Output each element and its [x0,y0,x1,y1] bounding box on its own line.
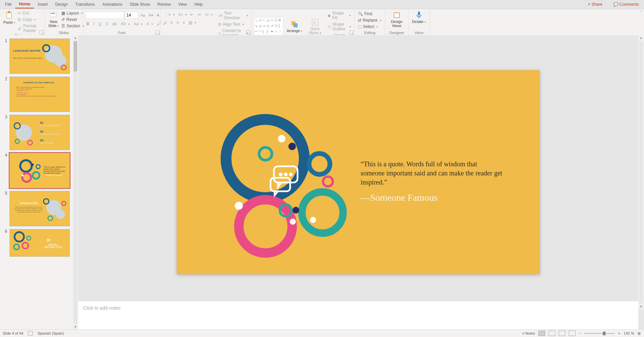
decrease-indent-button[interactable]: ⇤ [189,11,195,18]
cut-button[interactable]: ✂Cut [17,10,43,16]
strike-button[interactable]: ab [111,21,118,27]
shapes-gallery[interactable]: ＼▭○△⇨⬡A ↘◻⬭◇↗⬠{ 〰◠(}✦☆⋮ [254,17,283,36]
design-ideas-button[interactable]: Design Ideas [387,10,406,28]
zoom-slider-knob[interactable] [603,332,606,335]
tab-file[interactable]: File [1,1,15,8]
align-right-button[interactable]: ≡ [175,20,180,26]
comments-button[interactable]: 💬 Comments [610,1,642,8]
copy-button[interactable]: ⧉Copy [17,17,43,23]
tab-review[interactable]: Review [154,1,174,8]
shape-outline-button[interactable]: ◻Shape Outline [326,21,352,32]
align-center-button[interactable]: ≡ [169,20,174,26]
paste-button[interactable]: Paste [2,10,17,25]
thumbnail-slide-2[interactable]: CONTENTS OF THIS TEMPLATE Here's what yo… [9,77,70,112]
zoom-in-button[interactable]: + [618,331,620,335]
change-case-button[interactable]: Aa [132,21,144,27]
underline-button[interactable]: U [97,21,103,27]
thumbnail-scrollbar[interactable]: ▲ ▼ [73,35,78,330]
thumbnail-list[interactable]: 1 LANGUAGE CENTER Here is where your pre… [0,35,73,330]
align-left-button[interactable]: ≡ [163,20,168,26]
share-button[interactable]: ↗ Share [584,1,605,8]
font-color-button[interactable]: A [145,21,154,27]
format-painter-button[interactable]: 🖌Format Painter [17,23,43,34]
tab-design[interactable]: Design [52,1,72,8]
tab-transitions[interactable]: Transitions [72,1,99,8]
select-button[interactable]: ⬚Select [357,24,379,30]
font-name-input[interactable] [85,11,124,19]
notes-toggle[interactable]: ≡ Notes [522,331,535,335]
scroll-handle[interactable] [74,41,77,72]
thumbnail-row[interactable]: 3 01 OUR TEACHING METHOD 02 OUR ACADEMIC… [0,113,73,151]
zoom-level[interactable]: 142 % [624,331,634,335]
thumbnail-slide-3[interactable]: 01 OUR TEACHING METHOD 02 OUR ACADEMIC A… [9,115,70,150]
layout-button[interactable]: ▦Layout [60,10,85,16]
find-button[interactable]: 🔍Find [357,11,373,17]
scroll-up-icon[interactable]: ▲ [73,35,78,40]
accessibility-icon[interactable] [28,331,33,336]
language-button[interactable]: Spanish (Spain) [37,331,64,335]
thumbnail-slide-5[interactable]: INTRODUCTION Mercury is the closest plan… [9,191,70,226]
numbering-button[interactable]: 1≡ [177,11,188,18]
view-normal-button[interactable] [538,331,545,336]
quick-styles-button[interactable]: A Quick Styles [306,18,324,36]
tab-view[interactable]: View [174,1,191,8]
increase-font-button[interactable]: A▴ [139,12,146,18]
reset-button[interactable]: ↺Reset [60,17,85,23]
tab-slideshow[interactable]: Slide Show [126,1,154,8]
zoom-slider[interactable] [584,333,615,334]
columns-button[interactable]: ▥ [187,20,197,26]
dictate-button[interactable]: Dictate [411,10,427,25]
shadow-button[interactable]: S [104,21,110,27]
shape-rect-icon: ▭ [259,18,262,24]
arrange-button[interactable]: Arrange [285,20,304,34]
thumbnail-row[interactable]: 5 INTRODUCTION Mercury is the closest pl… [0,190,73,228]
view-slideshow-button[interactable] [569,331,576,336]
stage-scrollbar[interactable]: ▲ ▼ [638,35,644,309]
shape-fill-button[interactable]: ◆Shape Fill [326,10,352,21]
paragraph-dialog-launcher[interactable] [246,30,250,34]
decor-dot-white [290,219,296,225]
bullets-button[interactable]: ⋮≡ [163,11,176,18]
text-direction-button[interactable]: ↕AText Direction [217,10,249,21]
justify-button[interactable]: ≡ [181,20,186,26]
tab-help[interactable]: Help [191,1,206,8]
fit-to-window-button[interactable]: ⊞ [638,331,641,336]
bold-button[interactable]: B [85,21,91,27]
slide-quote-text[interactable]: “This is a quote. Words full of wisdom t… [361,160,502,187]
italic-button[interactable]: I [92,21,96,27]
slide-quote-author[interactable]: —Someone Famous [361,192,438,203]
notes-pane[interactable]: Click to add notes [78,301,638,330]
zoom-out-button[interactable]: − [579,331,581,335]
decrease-font-button[interactable]: A▾ [147,12,155,18]
thumbnail-slide-1[interactable]: LANGUAGE CENTER Here is where your prese… [9,38,70,74]
tab-insert[interactable]: Insert [34,1,52,8]
thumbnail-slide-6[interactable]: 01 THIS IS ASECTION TITLE [9,229,70,257]
align-text-button[interactable]: ⊟Align Text [217,21,249,27]
scroll-down-icon[interactable]: ▼ [73,324,78,330]
view-reading-button[interactable] [559,331,565,336]
new-slide-button[interactable]: New Slide [47,10,60,29]
thumbnail-row[interactable]: 4 "This is a quote. Words full of wisdom… [0,151,73,190]
line-spacing-button[interactable]: ↕≡ [203,11,214,18]
font-dialog-launcher[interactable] [156,30,160,34]
scroll-down-icon[interactable]: ▼ [638,304,644,309]
section-button[interactable]: ☰Section [60,23,85,29]
tab-animations[interactable]: Animations [99,1,126,8]
view-sorter-button[interactable] [549,331,555,336]
slide-workspace[interactable]: “This is a quote. Words full of wisdom t… [78,35,638,309]
clipboard-dialog-launcher[interactable] [39,30,44,34]
replace-button[interactable]: ⇄Replace [357,17,383,23]
thumbnail-slide-4[interactable]: "This is a quote. Words full of wisdom t… [9,153,70,188]
clear-formatting-button[interactable]: A̶ [155,12,161,18]
scroll-up-icon[interactable]: ▲ [638,35,644,40]
char-spacing-button[interactable]: AV [119,21,131,27]
thumbnail-row[interactable]: 1 LANGUAGE CENTER Here is where your pre… [0,37,73,75]
font-size-input[interactable] [125,11,138,19]
tab-home[interactable]: Home [15,0,34,8]
drawing-dialog-launcher[interactable] [349,30,353,34]
increase-indent-button[interactable]: ⇥ [196,11,202,18]
thumbnail-row[interactable]: 2 CONTENTS OF THIS TEMPLATE Here's what … [0,75,73,113]
current-slide[interactable]: “This is a quote. Words full of wisdom t… [177,70,540,274]
thumbnail-row[interactable]: 6 01 THIS IS ASECTION TITLE [0,228,73,258]
collapse-ribbon-button[interactable]: ˄ [637,9,644,35]
